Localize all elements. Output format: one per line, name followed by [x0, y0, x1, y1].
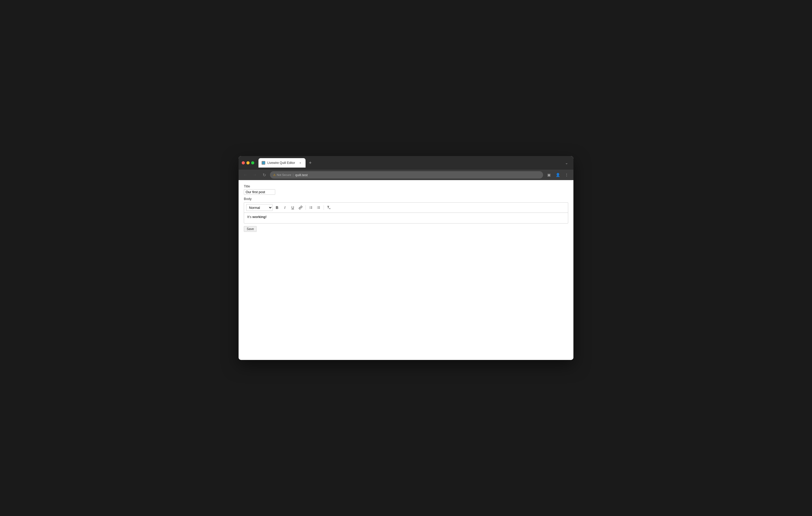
profile-icon: 👤: [556, 173, 560, 177]
tab-title: Livewire Quill Editor: [267, 161, 296, 165]
address-bar-row: ← → ↻ ⚠ Not Secure | quill.test ▣ 👤 ⋮: [239, 170, 573, 180]
svg-point-10: [317, 207, 318, 208]
browser-window: 🌐 Livewire Quill Editor × + ⌄ ← → ↻ ⚠ No…: [239, 156, 573, 360]
tab-bar: 🌐 Livewire Quill Editor × + ⌄: [258, 158, 570, 168]
svg-text:3: 3: [309, 208, 310, 209]
quill-toolbar: Normal Heading 1 Heading 2 Heading 3 Blo…: [244, 203, 568, 213]
toolbar-separator-1: [306, 205, 306, 210]
url-text: quill.test: [295, 173, 308, 177]
back-button[interactable]: ←: [242, 171, 249, 179]
address-bar-actions: ▣ 👤 ⋮: [545, 171, 570, 179]
save-button[interactable]: Save: [244, 226, 257, 232]
italic-button[interactable]: I: [282, 204, 288, 211]
chrome-tab-bar: 🌐 Livewire Quill Editor × + ⌄: [239, 156, 573, 170]
bold-button[interactable]: B: [273, 204, 281, 211]
clean-format-button[interactable]: Tx: [325, 204, 332, 211]
svg-point-11: [317, 208, 318, 209]
close-window-button[interactable]: [242, 161, 245, 164]
title-input[interactable]: [244, 189, 275, 195]
minimize-window-button[interactable]: [246, 161, 250, 164]
bullet-list-icon: [317, 206, 320, 209]
clean-format-icon: Tx: [327, 206, 330, 210]
svg-point-9: [317, 207, 318, 207]
security-indicator: ⚠ Not Secure: [273, 173, 291, 177]
underline-button[interactable]: U: [289, 204, 296, 211]
link-button[interactable]: [297, 204, 304, 211]
ordered-list-icon: 1 2 3: [309, 206, 313, 209]
forward-button[interactable]: →: [251, 171, 258, 179]
browser-tab[interactable]: 🌐 Livewire Quill Editor ×: [258, 158, 306, 168]
tab-favicon-icon: 🌐: [262, 161, 265, 165]
bullet-list-button[interactable]: [315, 204, 322, 211]
format-select[interactable]: Normal Heading 1 Heading 2 Heading 3 Blo…: [246, 204, 272, 211]
quill-editor-area[interactable]: It's working!: [244, 213, 568, 223]
quill-editor-container: Normal Heading 1 Heading 2 Heading 3 Blo…: [244, 202, 568, 223]
editor-plain-text: It's: [247, 215, 253, 219]
link-icon: [299, 206, 302, 209]
editor-bold-text: working!: [253, 215, 267, 219]
more-options-button[interactable]: ⋮: [563, 171, 570, 179]
page-content: Title Body Normal Heading 1 Heading 2 He…: [239, 180, 573, 360]
tab-close-button[interactable]: ×: [298, 161, 302, 165]
maximize-window-button[interactable]: [251, 161, 254, 164]
address-bar[interactable]: ⚠ Not Secure | quill.test: [270, 171, 543, 179]
tab-list-button[interactable]: ⌄: [563, 160, 570, 166]
url-separator: |: [293, 173, 293, 177]
not-secure-label: Not Secure: [277, 173, 291, 177]
new-tab-button[interactable]: +: [307, 159, 314, 166]
reload-button[interactable]: ↻: [261, 171, 268, 179]
traffic-lights: [242, 161, 254, 164]
profile-button[interactable]: 👤: [554, 171, 561, 179]
title-label: Title: [244, 184, 568, 188]
ordered-list-button[interactable]: 1 2 3: [308, 204, 314, 211]
warning-icon: ⚠: [273, 173, 276, 177]
toggle-sidebar-button[interactable]: ▣: [545, 171, 552, 179]
editor-content-line: It's working!: [247, 215, 565, 219]
body-label: Body: [244, 197, 568, 201]
